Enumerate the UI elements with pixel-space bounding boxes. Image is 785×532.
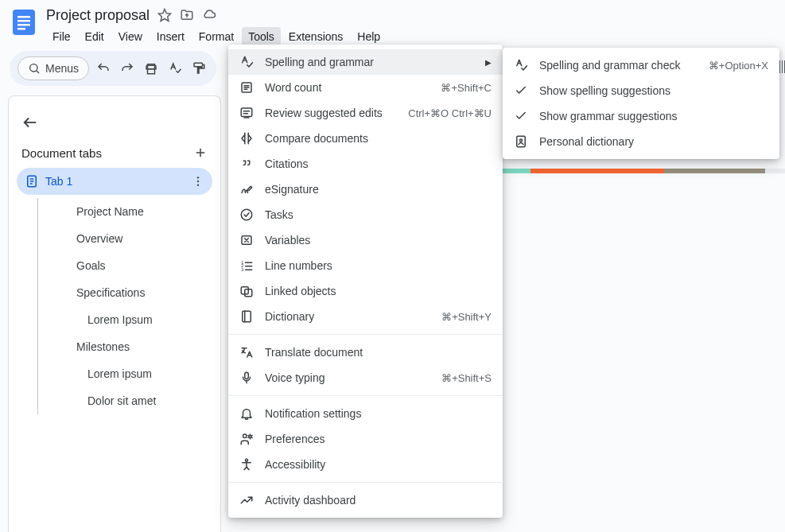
menu-item-label: Notification settings bbox=[265, 407, 492, 420]
tools-menu-item[interactable]: Notification settings bbox=[228, 401, 503, 426]
paint-roller-icon bbox=[192, 61, 206, 76]
check-icon bbox=[514, 83, 528, 98]
undo-button[interactable] bbox=[94, 57, 113, 80]
move-folder-icon[interactable] bbox=[180, 8, 194, 22]
svg-point-19 bbox=[197, 184, 199, 185]
check-icon bbox=[514, 109, 528, 123]
tools-menu-item[interactable]: Translate document bbox=[228, 340, 503, 365]
outline-item[interactable]: Overview bbox=[37, 225, 212, 252]
spelling-submenu-item[interactable]: Show grammar suggestions bbox=[503, 103, 779, 129]
menu-item-shortcut: ⌘+Shift+Y bbox=[441, 311, 492, 323]
undo-icon bbox=[96, 61, 111, 76]
check-icon bbox=[514, 83, 528, 98]
print-button[interactable] bbox=[142, 57, 161, 80]
svg-rect-1 bbox=[17, 16, 30, 18]
tools-menu-item[interactable]: Spelling and grammar▶ bbox=[228, 49, 503, 75]
menu-item-shortcut: ⌘+Shift+S bbox=[441, 372, 492, 384]
menu-item-shortcut: Ctrl+⌘O Ctrl+⌘U bbox=[408, 107, 492, 119]
notif-icon bbox=[239, 406, 254, 421]
menu-extensions[interactable]: Extensions bbox=[282, 27, 349, 46]
citations-icon bbox=[239, 157, 254, 171]
menu-item-label: Spelling and grammar bbox=[265, 56, 474, 68]
menu-insert[interactable]: Insert bbox=[150, 27, 191, 46]
menu-item-label: Line numbers bbox=[265, 259, 492, 272]
cloud-status-icon[interactable] bbox=[202, 8, 216, 22]
menu-item-label: Accessibility bbox=[265, 458, 492, 471]
menu-view[interactable]: View bbox=[112, 27, 149, 46]
tools-menu-item[interactable]: Word count⌘+Shift+C bbox=[228, 75, 503, 100]
tools-menu-item[interactable]: Tasks bbox=[228, 202, 503, 227]
outline-item[interactable]: Milestones bbox=[37, 333, 212, 360]
menu-item-label: Preferences bbox=[265, 433, 492, 445]
tasks-icon bbox=[239, 208, 254, 222]
esign-icon bbox=[239, 182, 254, 196]
svg-point-43 bbox=[520, 139, 523, 142]
menu-item-label: Linked objects bbox=[265, 285, 492, 297]
submenu-item-label: Spelling and grammar check bbox=[539, 59, 698, 72]
review-icon bbox=[239, 106, 254, 120]
tools-menu-item[interactable]: Dictionary⌘+Shift+Y bbox=[228, 304, 503, 329]
menu-item-label: Word count bbox=[265, 81, 429, 94]
menu-edit[interactable]: Edit bbox=[79, 27, 111, 46]
menubar: File Edit View Insert Format Tools Exten… bbox=[46, 27, 387, 46]
redo-button[interactable] bbox=[118, 57, 137, 80]
doc-title[interactable]: Project proposal bbox=[46, 7, 150, 24]
svg-point-41 bbox=[246, 459, 248, 461]
outline-item[interactable]: Project Name bbox=[37, 198, 212, 225]
document-icon bbox=[25, 174, 39, 188]
tools-menu-item[interactable]: Citations bbox=[228, 151, 503, 177]
outline-item[interactable]: Dolor sit amet bbox=[37, 387, 212, 414]
spellcheck-icon bbox=[514, 58, 528, 72]
tools-menu-item[interactable]: Activity dashboard bbox=[228, 487, 503, 513]
tools-menu-item[interactable]: Accessibility bbox=[228, 452, 503, 477]
dictpersonal-icon bbox=[514, 134, 528, 149]
tools-menu-item[interactable]: Linked objects bbox=[228, 278, 503, 304]
outline-item[interactable]: Goals bbox=[37, 252, 212, 279]
menu-separator bbox=[228, 482, 503, 483]
spelling-submenu-item[interactable]: Personal dictionary bbox=[503, 129, 779, 154]
spelling-submenu: Spelling and grammar check⌘+Option+XShow… bbox=[503, 48, 779, 159]
spellcheck-button[interactable] bbox=[165, 57, 185, 80]
menu-item-label: Review suggested edits bbox=[265, 107, 397, 119]
menu-separator bbox=[228, 395, 503, 396]
outline-item[interactable]: Lorem ipsum bbox=[37, 360, 212, 387]
menu-item-label: Compare documents bbox=[265, 132, 492, 145]
back-button[interactable] bbox=[17, 107, 212, 146]
svg-rect-37 bbox=[245, 372, 249, 379]
tab-more-button[interactable] bbox=[192, 175, 204, 188]
menus-label: Menus bbox=[45, 62, 79, 75]
tab-chip[interactable]: Tab 1 bbox=[17, 168, 212, 195]
title-row: Project proposal bbox=[46, 6, 387, 24]
add-tab-button[interactable] bbox=[193, 146, 208, 160]
linked-icon bbox=[239, 284, 254, 298]
menu-separator bbox=[228, 334, 503, 335]
menu-help[interactable]: Help bbox=[351, 27, 387, 46]
chevron-right-icon: ▶ bbox=[485, 58, 492, 67]
menu-item-label: Dictionary bbox=[265, 310, 430, 323]
tools-menu-item[interactable]: 123Line numbers bbox=[228, 253, 503, 278]
search-menus[interactable]: Menus bbox=[17, 56, 89, 80]
menu-tools[interactable]: Tools bbox=[242, 27, 281, 46]
tools-menu-item[interactable]: Voice typing⌘+Shift+S bbox=[228, 365, 503, 390]
outline-item[interactable]: Lorem Ipsum bbox=[37, 306, 212, 333]
spelling-submenu-item[interactable]: Show spelling suggestions bbox=[503, 78, 779, 103]
tools-menu-item[interactable]: eSignature bbox=[228, 177, 503, 202]
star-icon[interactable] bbox=[157, 8, 172, 22]
tools-menu-item[interactable]: Review suggested editsCtrl+⌘O Ctrl+⌘U bbox=[228, 100, 503, 126]
svg-rect-2 bbox=[17, 20, 30, 22]
wordcount-icon bbox=[239, 80, 254, 95]
esign-icon bbox=[239, 182, 254, 196]
spelling-submenu-item[interactable]: Spelling and grammar check⌘+Option+X bbox=[503, 52, 779, 78]
outline-item[interactable]: Specifications bbox=[37, 279, 212, 306]
tools-menu-item[interactable]: Variables bbox=[228, 227, 503, 253]
review-icon bbox=[239, 106, 254, 120]
header-main: Project proposal File Edit View Insert F… bbox=[46, 6, 387, 46]
menu-format[interactable]: Format bbox=[192, 27, 240, 46]
menu-file[interactable]: File bbox=[46, 27, 77, 46]
tools-menu-item[interactable]: Preferences bbox=[228, 426, 503, 452]
paint-format-button[interactable] bbox=[189, 57, 208, 80]
app-header: Project proposal File Edit View Insert F… bbox=[0, 0, 785, 48]
tools-menu-item[interactable]: Compare documents bbox=[228, 126, 503, 151]
spellcheck-icon bbox=[168, 61, 182, 76]
docs-logo-icon[interactable] bbox=[10, 8, 38, 37]
